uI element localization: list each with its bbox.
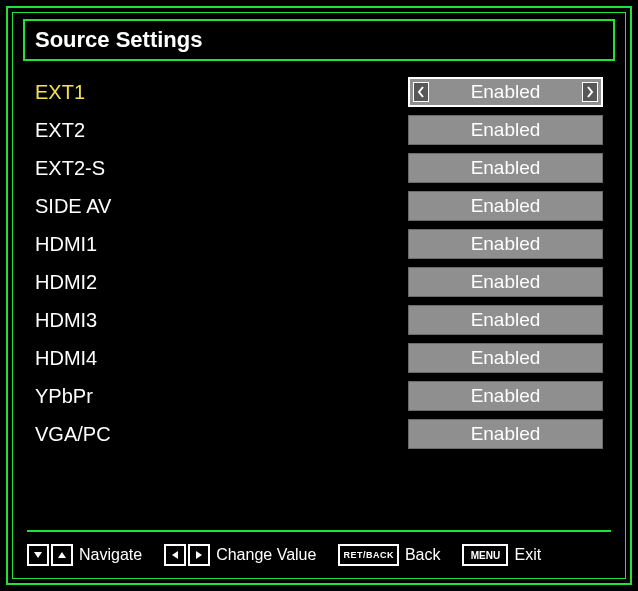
value-selector[interactable]: Enabled: [408, 77, 603, 107]
source-label: SIDE AV: [35, 195, 408, 218]
hint-back-label: Back: [405, 546, 441, 564]
osd-inner-frame: Source Settings EXT1EnabledEXT2EnabledEX…: [12, 12, 626, 579]
list-item[interactable]: VGA/PCEnabled: [35, 415, 603, 453]
hint-change-value: Change Value: [164, 544, 316, 566]
source-label: HDMI2: [35, 271, 408, 294]
source-value: Enabled: [471, 119, 541, 141]
value-selector[interactable]: Enabled: [408, 343, 603, 373]
list-item[interactable]: HDMI3Enabled: [35, 301, 603, 339]
hint-navigate-label: Navigate: [79, 546, 142, 564]
footer-hints: Navigate Change Value RET/BACK Back: [13, 540, 625, 578]
hint-exit-label: Exit: [514, 546, 541, 564]
source-label: EXT1: [35, 81, 408, 104]
source-value: Enabled: [471, 195, 541, 217]
page-title: Source Settings: [23, 19, 615, 61]
retback-button-icon: RET/BACK: [338, 544, 399, 566]
source-value: Enabled: [471, 385, 541, 407]
svg-marker-0: [34, 552, 42, 558]
source-value: Enabled: [471, 423, 541, 445]
arrow-down-up-icon: [27, 544, 73, 566]
list-item[interactable]: EXT1Enabled: [35, 73, 603, 111]
value-selector[interactable]: Enabled: [408, 153, 603, 183]
list-item[interactable]: HDMI1Enabled: [35, 225, 603, 263]
source-label: VGA/PC: [35, 423, 408, 446]
list-item[interactable]: YPbPrEnabled: [35, 377, 603, 415]
source-value: Enabled: [471, 271, 541, 293]
value-selector[interactable]: Enabled: [408, 191, 603, 221]
hint-exit: MENU Exit: [462, 544, 541, 566]
svg-marker-3: [196, 551, 202, 559]
source-label: EXT2: [35, 119, 408, 142]
source-label: YPbPr: [35, 385, 408, 408]
menu-button-icon: MENU: [462, 544, 508, 566]
value-selector[interactable]: Enabled: [408, 305, 603, 335]
source-value: Enabled: [471, 81, 541, 103]
source-label: EXT2-S: [35, 157, 408, 180]
svg-marker-1: [58, 552, 66, 558]
arrow-left-right-icon: [164, 544, 210, 566]
chevron-right-icon[interactable]: [582, 82, 598, 102]
footer-divider: [27, 530, 611, 532]
value-selector[interactable]: Enabled: [408, 267, 603, 297]
list-item[interactable]: EXT2Enabled: [35, 111, 603, 149]
hint-change-value-label: Change Value: [216, 546, 316, 564]
source-value: Enabled: [471, 233, 541, 255]
page-title-text: Source Settings: [35, 27, 202, 52]
source-label: HDMI4: [35, 347, 408, 370]
source-value: Enabled: [471, 309, 541, 331]
value-selector[interactable]: Enabled: [408, 229, 603, 259]
source-label: HDMI1: [35, 233, 408, 256]
value-selector[interactable]: Enabled: [408, 419, 603, 449]
osd-outer-frame: Source Settings EXT1EnabledEXT2EnabledEX…: [6, 6, 632, 585]
value-selector[interactable]: Enabled: [408, 381, 603, 411]
list-item[interactable]: HDMI4Enabled: [35, 339, 603, 377]
svg-marker-2: [172, 551, 178, 559]
value-selector[interactable]: Enabled: [408, 115, 603, 145]
hint-navigate: Navigate: [27, 544, 142, 566]
source-value: Enabled: [471, 347, 541, 369]
source-value: Enabled: [471, 157, 541, 179]
list-item[interactable]: EXT2-SEnabled: [35, 149, 603, 187]
chevron-left-icon[interactable]: [413, 82, 429, 102]
hint-back: RET/BACK Back: [338, 544, 440, 566]
source-label: HDMI3: [35, 309, 408, 332]
list-item[interactable]: HDMI2Enabled: [35, 263, 603, 301]
list-item[interactable]: SIDE AVEnabled: [35, 187, 603, 225]
settings-list: EXT1EnabledEXT2EnabledEXT2-SEnabledSIDE …: [13, 73, 625, 470]
